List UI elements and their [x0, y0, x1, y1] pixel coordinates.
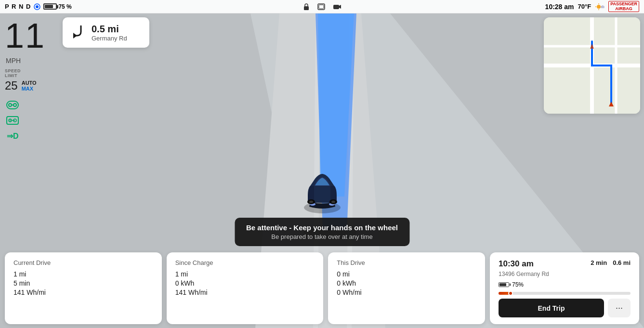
this-drive-title: This Drive — [337, 259, 476, 266]
status-center — [303, 3, 342, 11]
trip-progress-bar — [499, 292, 631, 295]
current-drive-card: Current Drive 1 mi 5 min 141 Wh/mi — [5, 252, 162, 324]
signal-icon — [34, 3, 40, 10]
trip-battery-row: 75% — [499, 281, 631, 288]
current-drive-stats: 1 mi 5 min 141 Wh/mi — [13, 270, 153, 296]
temperature: 70°F — [578, 3, 591, 10]
trip-address: 13496 Germany Rd — [499, 271, 631, 277]
driving-view: 1 1 MPH SPEEDLIMIT 25 AUTO MAX — [0, 13, 644, 328]
drive-mode-icon[interactable]: ⇒D — [5, 130, 20, 142]
trip-eta-row: 2 min 0.6 mi — [591, 259, 631, 266]
svg-point-27 — [331, 201, 335, 203]
speed-limit-value: 25 — [5, 79, 18, 92]
svg-point-1 — [36, 5, 39, 8]
speed-limit-box: SPEEDLIMIT 25 AUTO MAX — [5, 68, 44, 92]
status-left: P R N D 75 % — [5, 3, 545, 10]
trip-card: 10:30 am 2 min 0.6 mi 13496 Germany Rd 7… — [490, 252, 639, 324]
this-drive-distance: 0 mi — [337, 270, 476, 278]
this-drive-stats: 0 mi 0 kWh 0 Wh/mi — [337, 270, 476, 296]
mini-map[interactable] — [544, 17, 640, 114]
svg-text:⇒D: ⇒D — [7, 132, 19, 140]
auto-label: AUTO — [22, 80, 37, 86]
more-options-button[interactable]: ··· — [608, 299, 631, 317]
current-drive-efficiency: 141 Wh/mi — [13, 289, 153, 296]
end-trip-button[interactable]: End Trip — [499, 299, 604, 317]
speed-digit-2: 1 — [25, 18, 44, 53]
turn-icon — [70, 22, 86, 43]
warning-subtitle: Be prepared to take over at any time — [246, 233, 398, 240]
since-charge-energy: 0 kWh — [175, 279, 315, 287]
max-label: MAX — [22, 86, 37, 92]
svg-rect-2 — [304, 6, 309, 10]
status-right: 10:28 am 70°F PASSENGERAIRBAG — [545, 1, 639, 13]
speed-limit-row: 25 AUTO MAX — [5, 79, 44, 92]
since-charge-efficiency: 141 Wh/mi — [175, 289, 315, 296]
prnd-display: P R N D — [5, 3, 31, 10]
clock: 10:28 am — [545, 3, 574, 11]
left-icons: ⇒D — [5, 99, 44, 142]
svg-point-30 — [13, 104, 16, 106]
nav-card[interactable]: 0.5 mi Germany Rd — [63, 17, 149, 48]
media-icon[interactable] — [5, 115, 20, 126]
left-panel: 1 1 MPH SPEEDLIMIT 25 AUTO MAX — [5, 18, 44, 142]
current-drive-time: 5 min — [13, 279, 153, 287]
since-charge-title: Since Charge — [175, 259, 315, 266]
speed-unit: MPH — [6, 57, 44, 65]
this-drive-card: This Drive 0 mi 0 kWh 0 Wh/mi — [328, 252, 485, 324]
current-drive-title: Current Drive — [13, 259, 153, 266]
svg-point-29 — [9, 104, 12, 106]
this-drive-efficiency: 0 Wh/mi — [337, 289, 476, 296]
mini-map-svg — [544, 17, 640, 114]
status-bar: P R N D 75 % 10:28 am 70°F — [0, 0, 644, 13]
nav-distance: 0.5 mi — [92, 24, 127, 35]
speed-display: 1 1 — [5, 18, 44, 53]
since-charge-card: Since Charge 1 mi 0 kWh 141 Wh/mi — [167, 252, 324, 324]
bottom-panel: Current Drive 1 mi 5 min 141 Wh/mi Since… — [5, 252, 639, 324]
trip-eta-min: 2 min — [591, 259, 607, 266]
battery-percent: 75 % — [58, 3, 71, 10]
current-drive-distance: 1 mi — [13, 270, 153, 278]
auto-max: AUTO MAX — [22, 80, 37, 92]
svg-point-7 — [597, 5, 601, 9]
svg-marker-6 — [339, 5, 341, 9]
weather-icon — [595, 3, 605, 11]
trip-arrival-time: 10:30 am — [499, 259, 534, 269]
trip-progress-dot — [508, 291, 513, 296]
warning-title: Be attentive - Keep your hands on the wh… — [246, 223, 398, 232]
car-model — [301, 164, 344, 222]
autopilot-icon[interactable] — [5, 99, 20, 111]
trip-eta-mi: 0.6 mi — [613, 259, 631, 266]
this-drive-energy: 0 kWh — [337, 279, 476, 287]
trip-battery-icon — [499, 282, 509, 287]
warning-toast: Be attentive - Keep your hands on the wh… — [235, 218, 409, 246]
lock-icon — [303, 3, 310, 11]
trip-battery-percent: 75% — [512, 281, 524, 288]
frame-icon — [317, 3, 325, 10]
svg-rect-4 — [319, 5, 324, 9]
passenger-airbag-badge: PASSENGERAIRBAG — [608, 1, 639, 13]
svg-rect-5 — [333, 5, 339, 9]
speed-digit-1: 1 — [5, 18, 24, 53]
speed-limit-label: SPEEDLIMIT — [5, 68, 44, 78]
since-charge-distance: 1 mi — [175, 270, 315, 278]
nav-info: 0.5 mi Germany Rd — [92, 24, 127, 42]
svg-point-26 — [309, 201, 313, 203]
nav-street: Germany Rd — [92, 35, 127, 42]
battery-indicator: 75 % — [43, 3, 71, 10]
trip-address-text: 13496 Germany Rd — [499, 271, 549, 277]
since-charge-stats: 1 mi 0 kWh 141 Wh/mi — [175, 270, 315, 296]
svg-marker-36 — [73, 33, 77, 39]
camera-icon — [333, 3, 342, 10]
trip-actions: End Trip ··· — [499, 299, 631, 317]
trip-header: 10:30 am 2 min 0.6 mi — [499, 259, 631, 269]
